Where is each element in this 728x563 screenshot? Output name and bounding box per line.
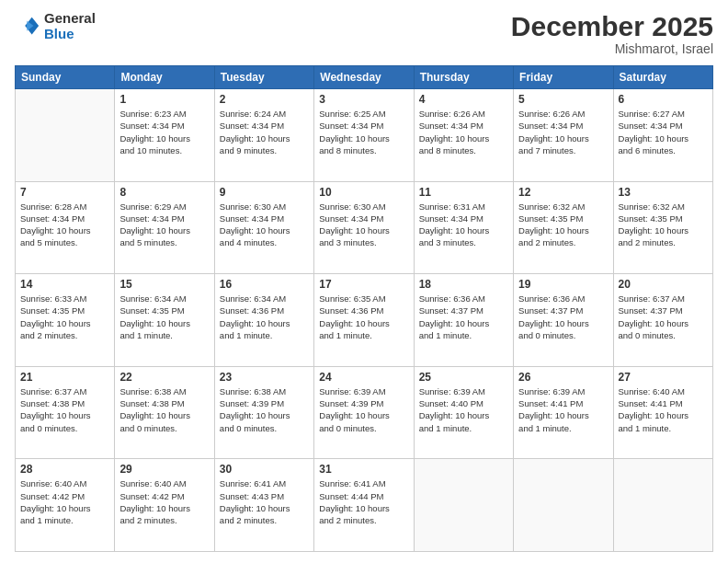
logo: General Blue [15,11,96,41]
calendar-cell: 11Sunrise: 6:31 AM Sunset: 4:34 PM Dayli… [414,181,513,274]
logo-text: General Blue [44,11,96,41]
calendar-table: Sunday Monday Tuesday Wednesday Thursday… [15,65,713,552]
day-info: Sunrise: 6:40 AM Sunset: 4:42 PM Dayligh… [119,477,209,526]
week-row-5: 28Sunrise: 6:40 AM Sunset: 4:42 PM Dayli… [16,459,713,552]
day-number: 16 [220,278,309,291]
calendar-cell: 14Sunrise: 6:33 AM Sunset: 4:35 PM Dayli… [16,274,115,367]
day-number: 14 [20,278,109,291]
day-number: 20 [619,278,708,291]
calendar-cell: 3Sunrise: 6:25 AM Sunset: 4:34 PM Daylig… [314,89,414,182]
col-monday: Monday [115,66,214,89]
day-info: Sunrise: 6:27 AM Sunset: 4:34 PM Dayligh… [619,108,708,156]
day-info: Sunrise: 6:32 AM Sunset: 4:35 PM Dayligh… [518,201,608,249]
day-info: Sunrise: 6:39 AM Sunset: 4:40 PM Dayligh… [419,385,508,434]
day-number: 26 [518,371,608,384]
calendar-cell [514,459,613,552]
day-info: Sunrise: 6:29 AM Sunset: 4:34 PM Dayligh… [119,201,209,249]
day-info: Sunrise: 6:32 AM Sunset: 4:35 PM Dayligh… [619,201,708,249]
day-number: 28 [20,463,109,476]
day-info: Sunrise: 6:41 AM Sunset: 4:43 PM Dayligh… [220,477,309,526]
day-number: 3 [319,93,408,106]
day-info: Sunrise: 6:38 AM Sunset: 4:38 PM Dayligh… [119,385,209,434]
day-number: 30 [220,463,309,476]
calendar-cell: 15Sunrise: 6:34 AM Sunset: 4:35 PM Dayli… [115,274,214,367]
calendar-cell: 24Sunrise: 6:39 AM Sunset: 4:39 PM Dayli… [314,366,414,459]
calendar-cell [414,459,513,552]
col-sunday: Sunday [16,66,115,89]
day-number: 17 [319,278,408,291]
day-info: Sunrise: 6:41 AM Sunset: 4:44 PM Dayligh… [319,477,408,526]
day-number: 13 [619,186,708,199]
calendar-cell: 18Sunrise: 6:36 AM Sunset: 4:37 PM Dayli… [414,274,513,367]
calendar-cell: 30Sunrise: 6:41 AM Sunset: 4:43 PM Dayli… [214,459,313,552]
week-row-3: 14Sunrise: 6:33 AM Sunset: 4:35 PM Dayli… [16,274,713,367]
day-info: Sunrise: 6:30 AM Sunset: 4:34 PM Dayligh… [220,201,309,249]
day-number: 2 [220,93,309,106]
day-info: Sunrise: 6:26 AM Sunset: 4:34 PM Dayligh… [518,108,608,156]
week-row-4: 21Sunrise: 6:37 AM Sunset: 4:38 PM Dayli… [16,366,713,459]
col-saturday: Saturday [613,66,712,89]
day-number: 5 [518,93,608,106]
calendar-cell: 28Sunrise: 6:40 AM Sunset: 4:42 PM Dayli… [16,459,115,552]
calendar-cell [16,89,115,182]
col-wednesday: Wednesday [314,66,414,89]
day-number: 4 [419,93,508,106]
day-info: Sunrise: 6:24 AM Sunset: 4:34 PM Dayligh… [220,108,309,156]
day-number: 15 [119,278,209,291]
calendar-cell: 23Sunrise: 6:38 AM Sunset: 4:39 PM Dayli… [214,366,313,459]
day-number: 1 [119,93,209,106]
calendar-header: Sunday Monday Tuesday Wednesday Thursday… [16,66,713,89]
day-info: Sunrise: 6:28 AM Sunset: 4:34 PM Dayligh… [20,201,109,249]
calendar-cell: 22Sunrise: 6:38 AM Sunset: 4:38 PM Dayli… [115,366,214,459]
calendar-cell: 26Sunrise: 6:39 AM Sunset: 4:41 PM Dayli… [514,366,613,459]
day-number: 12 [518,186,608,199]
calendar-cell: 12Sunrise: 6:32 AM Sunset: 4:35 PM Dayli… [514,181,613,274]
calendar-cell: 27Sunrise: 6:40 AM Sunset: 4:41 PM Dayli… [613,366,712,459]
day-info: Sunrise: 6:39 AM Sunset: 4:39 PM Dayligh… [319,385,408,434]
day-info: Sunrise: 6:34 AM Sunset: 4:35 PM Dayligh… [119,293,209,341]
calendar-cell: 4Sunrise: 6:26 AM Sunset: 4:34 PM Daylig… [414,89,513,182]
week-row-2: 7Sunrise: 6:28 AM Sunset: 4:34 PM Daylig… [16,181,713,274]
day-info: Sunrise: 6:37 AM Sunset: 4:38 PM Dayligh… [20,385,109,434]
header-row: Sunday Monday Tuesday Wednesday Thursday… [16,66,713,89]
day-number: 19 [518,278,608,291]
location-subtitle: Mishmarot, Israel [511,41,713,56]
logo-general-text: General [44,11,96,27]
day-number: 24 [319,371,408,384]
calendar-cell: 16Sunrise: 6:34 AM Sunset: 4:36 PM Dayli… [214,274,313,367]
day-info: Sunrise: 6:25 AM Sunset: 4:34 PM Dayligh… [319,108,408,156]
day-info: Sunrise: 6:40 AM Sunset: 4:41 PM Dayligh… [619,385,708,434]
day-number: 18 [419,278,508,291]
day-number: 9 [220,186,309,199]
day-number: 11 [419,186,508,199]
calendar-cell: 7Sunrise: 6:28 AM Sunset: 4:34 PM Daylig… [16,181,115,274]
calendar-cell: 25Sunrise: 6:39 AM Sunset: 4:40 PM Dayli… [414,366,513,459]
calendar-cell: 13Sunrise: 6:32 AM Sunset: 4:35 PM Dayli… [613,181,712,274]
week-row-1: 1Sunrise: 6:23 AM Sunset: 4:34 PM Daylig… [16,89,713,182]
calendar-cell: 17Sunrise: 6:35 AM Sunset: 4:36 PM Dayli… [314,274,414,367]
day-info: Sunrise: 6:36 AM Sunset: 4:37 PM Dayligh… [419,293,508,341]
logo-blue-text: Blue [44,27,96,42]
day-info: Sunrise: 6:40 AM Sunset: 4:42 PM Dayligh… [20,477,109,526]
day-number: 29 [119,463,209,476]
calendar-cell [613,459,712,552]
page: General Blue December 2025 Mishmarot, Is… [0,0,728,563]
calendar-cell: 21Sunrise: 6:37 AM Sunset: 4:38 PM Dayli… [16,366,115,459]
day-info: Sunrise: 6:30 AM Sunset: 4:34 PM Dayligh… [319,201,408,249]
day-info: Sunrise: 6:39 AM Sunset: 4:41 PM Dayligh… [518,385,608,434]
calendar-cell: 9Sunrise: 6:30 AM Sunset: 4:34 PM Daylig… [214,181,313,274]
day-info: Sunrise: 6:36 AM Sunset: 4:37 PM Dayligh… [518,293,608,341]
day-number: 22 [119,371,209,384]
calendar-body: 1Sunrise: 6:23 AM Sunset: 4:34 PM Daylig… [16,89,713,552]
day-info: Sunrise: 6:31 AM Sunset: 4:34 PM Dayligh… [419,201,508,249]
day-number: 27 [619,371,708,384]
day-number: 31 [319,463,408,476]
col-thursday: Thursday [414,66,513,89]
calendar-cell: 20Sunrise: 6:37 AM Sunset: 4:37 PM Dayli… [613,274,712,367]
day-number: 7 [20,186,109,199]
day-info: Sunrise: 6:35 AM Sunset: 4:36 PM Dayligh… [319,293,408,341]
calendar-cell: 8Sunrise: 6:29 AM Sunset: 4:34 PM Daylig… [115,181,214,274]
day-info: Sunrise: 6:38 AM Sunset: 4:39 PM Dayligh… [220,385,309,434]
calendar-cell: 19Sunrise: 6:36 AM Sunset: 4:37 PM Dayli… [514,274,613,367]
day-number: 10 [319,186,408,199]
